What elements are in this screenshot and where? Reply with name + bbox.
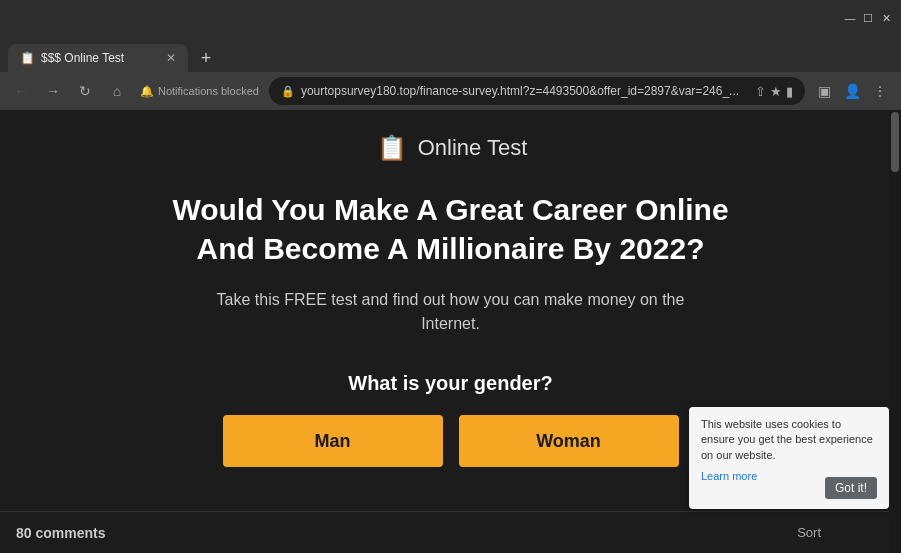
logo-area: 📋 Online Test (374, 130, 528, 166)
minimize-button[interactable]: — (843, 11, 857, 25)
scrollbar-thumb[interactable] (891, 112, 899, 172)
notification-text: Notifications blocked (158, 85, 259, 97)
menu-icon[interactable]: ⋮ (867, 78, 893, 104)
tab-title: $$$ Online Test (41, 51, 156, 65)
comments-label: 80 comments (16, 525, 105, 541)
url-bar[interactable]: 🔒 yourtopsurvey180.top/finance-survey.ht… (269, 77, 805, 105)
share-icon[interactable]: ⇧ (755, 84, 766, 99)
sort-label: Sort (797, 525, 821, 540)
man-button[interactable]: Man (223, 415, 443, 467)
cookie-banner: This website uses cookies to ensure you … (689, 407, 889, 509)
reload-button[interactable]: ↻ (72, 78, 98, 104)
back-button[interactable]: ← (8, 78, 34, 104)
active-tab[interactable]: 📋 $$$ Online Test ✕ (8, 44, 188, 72)
gender-question: What is your gender? (348, 372, 552, 395)
profile-icon[interactable]: 👤 (839, 78, 865, 104)
bottom-bar: 80 comments Sort (0, 511, 901, 553)
notification-icon: 🔔 (140, 85, 154, 98)
woman-button[interactable]: Woman (459, 415, 679, 467)
new-tab-button[interactable]: + (192, 44, 220, 72)
home-button[interactable]: ⌂ (104, 78, 130, 104)
cookie-text: This website uses cookies to ensure you … (701, 417, 877, 463)
bookmark-icon[interactable]: ★ (770, 84, 782, 99)
maximize-button[interactable]: ☐ (861, 11, 875, 25)
forward-button[interactable]: → (40, 78, 66, 104)
tabs-bar: 📋 $$$ Online Test ✕ + (0, 36, 901, 72)
gender-buttons: Man Woman (223, 415, 679, 467)
logo-icon: 📋 (374, 130, 410, 166)
url-text: yourtopsurvey180.top/finance-survey.html… (301, 84, 749, 98)
logo-text: Online Test (418, 135, 528, 161)
got-it-button[interactable]: Got it! (825, 477, 877, 499)
headline: Would You Make A Great Career Online And… (151, 190, 751, 268)
scrollbar[interactable] (889, 110, 901, 553)
notification-badge: 🔔 Notifications blocked (136, 85, 263, 98)
tab-favicon: 📋 (20, 51, 35, 65)
extension-icon[interactable]: ▮ (786, 84, 793, 99)
close-button[interactable]: ✕ (879, 11, 893, 25)
subtitle: Take this FREE test and find out how you… (191, 288, 711, 336)
learn-more-link[interactable]: Learn more (701, 470, 757, 482)
address-bar: ← → ↻ ⌂ 🔔 Notifications blocked 🔒 yourto… (0, 72, 901, 110)
tab-close-button[interactable]: ✕ (166, 51, 176, 65)
split-view-icon[interactable]: ▣ (811, 78, 837, 104)
toolbar-icons: ▣ 👤 ⋮ (811, 78, 893, 104)
window-controls[interactable]: — ☐ ✕ (843, 11, 893, 25)
lock-icon: 🔒 (281, 85, 295, 98)
title-bar: — ☐ ✕ (0, 0, 901, 36)
